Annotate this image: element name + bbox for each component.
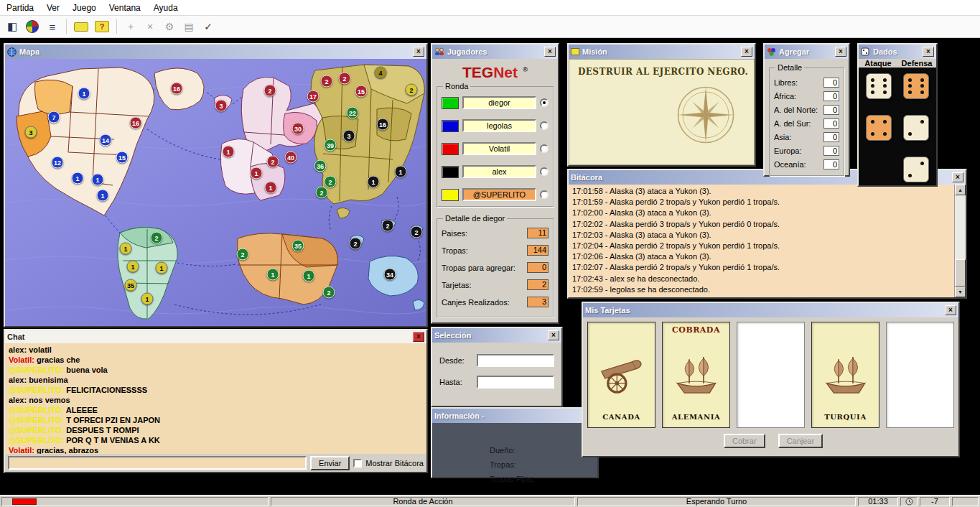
informacion-titlebar[interactable]: Información - (432, 409, 597, 423)
army-marker[interactable]: 1 (395, 166, 407, 178)
army-marker[interactable]: 1 (251, 167, 263, 180)
agregar-titlebar[interactable]: Agregar × (765, 45, 849, 59)
army-marker[interactable]: 16 (130, 117, 142, 129)
menu-item-partida[interactable]: Partida (0, 0, 40, 15)
add-icon[interactable]: + (122, 18, 139, 35)
player-select-radio[interactable] (540, 121, 549, 130)
army-marker[interactable]: 15 (116, 152, 129, 164)
desde-input[interactable] (477, 354, 554, 367)
army-marker[interactable]: 16 (377, 118, 389, 131)
scrollbar-track[interactable] (955, 195, 966, 287)
army-marker[interactable]: 2 (321, 75, 333, 88)
empty-card-slot[interactable] (737, 322, 805, 428)
player-select-radio[interactable] (540, 190, 549, 199)
mision-close-button[interactable]: × (741, 47, 752, 57)
army-marker[interactable]: 1 (72, 172, 84, 185)
army-marker[interactable]: 1 (223, 146, 235, 158)
player-name-field[interactable]: Volatil (462, 142, 536, 155)
army-marker[interactable]: 2 (339, 73, 351, 85)
army-marker[interactable]: 15 (355, 85, 368, 98)
accept-icon[interactable]: ✓ (200, 18, 217, 35)
army-marker[interactable]: 16 (171, 83, 183, 95)
dados-titlebar[interactable]: Dados × (859, 45, 936, 59)
army-marker[interactable]: 2 (406, 84, 418, 96)
army-marker[interactable]: 2 (350, 238, 362, 250)
army-marker[interactable]: 22 (347, 107, 359, 119)
menu-item-ver[interactable]: Ver (40, 0, 66, 15)
player-name-field[interactable]: alex (462, 165, 536, 178)
army-marker[interactable]: 2 (267, 156, 279, 168)
jugadores-titlebar[interactable]: Jugadores × (432, 45, 558, 59)
gear-icon[interactable]: ⚙ (161, 18, 178, 35)
panel-yellow-icon[interactable] (74, 22, 88, 32)
player-name-field[interactable]: legolas (462, 119, 536, 132)
menu-item-juego[interactable]: Juego (66, 0, 103, 15)
army-marker[interactable]: 1 (368, 176, 380, 188)
army-marker[interactable]: 34 (384, 269, 396, 281)
scroll-down-button[interactable]: ▼ (955, 287, 966, 297)
player-name-field[interactable]: @SUPERLITO (462, 188, 536, 201)
army-marker[interactable]: 1 (92, 174, 104, 186)
seleccion-close-button[interactable]: × (548, 330, 559, 340)
army-marker[interactable]: 4 (375, 67, 387, 79)
army-marker[interactable]: 40 (285, 152, 297, 164)
army-marker[interactable]: 7 (48, 111, 60, 124)
empty-card-slot[interactable] (886, 322, 954, 428)
army-marker[interactable]: 30 (292, 123, 304, 135)
seleccion-titlebar[interactable]: Selección × (432, 328, 561, 343)
army-marker[interactable]: 3 (25, 126, 37, 139)
cancel-icon[interactable]: × (141, 18, 159, 35)
jugadores-close-button[interactable]: × (544, 47, 556, 57)
player-name-field[interactable]: diegor (462, 96, 536, 109)
bitacora-scrollbar[interactable]: ▲ ▼ (954, 185, 966, 297)
dados-close-button[interactable]: × (923, 47, 934, 57)
army-marker[interactable]: 2 (411, 226, 423, 238)
copy-icon[interactable]: ▤ (180, 18, 197, 35)
army-marker[interactable]: 1 (127, 261, 139, 273)
army-marker[interactable]: 2 (151, 232, 163, 244)
army-marker[interactable]: 1 (265, 182, 277, 194)
exit-icon[interactable]: ◧ (4, 18, 21, 35)
menu-item-ayuda[interactable]: Ayuda (147, 0, 185, 15)
mapa-titlebar[interactable]: Mapa × (5, 45, 426, 59)
menu-item-ventana[interactable]: Ventana (103, 0, 147, 15)
scrollbar-thumb[interactable] (955, 259, 966, 287)
army-marker[interactable]: 1 (78, 88, 90, 100)
player-select-radio[interactable] (540, 98, 549, 107)
player-select-radio[interactable] (540, 144, 549, 153)
player-select-radio[interactable] (540, 167, 549, 176)
hasta-input[interactable] (477, 376, 554, 389)
army-marker[interactable]: 35 (292, 240, 304, 252)
army-marker[interactable]: 1 (156, 262, 168, 274)
army-marker[interactable]: 3 (215, 100, 228, 112)
scroll-up-button[interactable]: ▲ (955, 185, 966, 195)
chat-close-button[interactable]: × (413, 332, 424, 342)
army-marker[interactable]: 1 (141, 293, 154, 305)
mision-titlebar[interactable]: Misión × (569, 45, 755, 59)
army-marker[interactable]: 12 (52, 157, 64, 169)
country-card[interactable]: TURQUIA (811, 322, 879, 428)
army-marker[interactable]: 2 (323, 287, 335, 299)
army-marker[interactable]: 2 (316, 187, 328, 199)
agregar-close-button[interactable]: × (835, 47, 846, 57)
army-marker[interactable]: 2 (382, 220, 394, 232)
list-icon[interactable]: ≡ (44, 18, 61, 35)
army-marker[interactable]: 1 (267, 269, 279, 281)
mapa-close-button[interactable]: × (413, 47, 424, 57)
country-card[interactable]: COBRADAALEMANIA (662, 322, 730, 428)
army-marker[interactable]: 1 (303, 270, 315, 282)
cobrar-button[interactable]: Cobrar (724, 434, 765, 448)
tarjetas-titlebar[interactable]: Mis Tarjetas × (583, 303, 958, 317)
show-log-checkbox[interactable] (353, 459, 362, 468)
tarjetas-close-button[interactable]: × (945, 305, 956, 315)
teg-ball-icon[interactable] (26, 20, 39, 33)
army-marker[interactable]: 2 (325, 176, 337, 188)
army-marker[interactable]: 35 (125, 279, 137, 292)
send-button[interactable]: Enviar (310, 456, 350, 470)
army-marker[interactable]: 2 (264, 85, 276, 97)
chat-input[interactable] (8, 456, 307, 470)
army-marker[interactable]: 2 (237, 248, 249, 261)
army-marker[interactable]: 39 (325, 139, 337, 152)
help-icon[interactable]: ? (95, 21, 109, 32)
canjear-button[interactable]: Canjear (778, 434, 823, 448)
